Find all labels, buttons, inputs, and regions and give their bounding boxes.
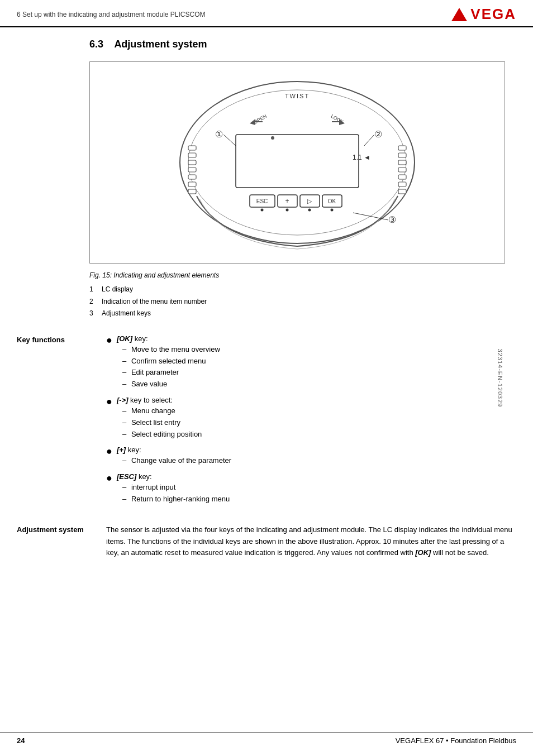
adjustment-ok-bold: [OK] xyxy=(415,548,431,557)
ok-key-suffix: key: xyxy=(132,334,147,343)
device-svg: TWIST OPEN LOCK xyxy=(163,73,431,252)
svg-rect-18 xyxy=(398,189,406,194)
svg-point-21 xyxy=(271,136,274,140)
bullet-arrow: ● xyxy=(106,396,112,406)
svg-text:①: ① xyxy=(215,130,223,139)
esc-key-label: [ESC] xyxy=(117,472,136,481)
key-functions-label: Key functions xyxy=(17,334,101,511)
arrow-key-content: [->] key to select: –Menu change –Select… xyxy=(117,396,516,440)
esc-key-content: [ESC] key: –interrupt input –Return to h… xyxy=(117,472,516,505)
header-text: 6 Set up with the indicating and adjustm… xyxy=(17,11,206,18)
figure-item-3: 3 Adjustment keys xyxy=(89,308,516,320)
svg-rect-12 xyxy=(398,146,406,150)
ok-sub-list: –Move to the menu overview –Confirm sele… xyxy=(117,344,516,390)
arrow-key-label: [->] xyxy=(117,396,129,404)
ok-sub-item-4: –Save value xyxy=(122,379,516,390)
svg-text:▷: ▷ xyxy=(307,198,312,204)
figure-item-1: 1 LC display xyxy=(89,284,516,296)
adjustment-system-section: Adjustment system The sensor is adjusted… xyxy=(17,524,516,559)
device-illustration: TWIST OPEN LOCK xyxy=(101,73,493,252)
bullet-esc: ● xyxy=(106,473,112,483)
footer-page-number: 24 xyxy=(17,736,25,745)
arrow-key-item: ● [->] key to select: –Menu change –Sele… xyxy=(106,396,516,440)
svg-rect-9 xyxy=(188,175,196,179)
plus-key-suffix: key: xyxy=(126,446,141,454)
svg-point-33 xyxy=(331,209,334,212)
figure-container: TWIST OPEN LOCK xyxy=(89,61,505,264)
vega-triangle-icon xyxy=(451,8,467,21)
figure-items-list: 1 LC display 2 Indication of the menu it… xyxy=(89,284,516,320)
ok-sub-item-2: –Confirm selected menu xyxy=(122,356,516,367)
arrow-sub-item-2: –Select list entry xyxy=(122,417,516,429)
svg-rect-8 xyxy=(188,168,196,172)
esc-sub-list: –interrupt input –Return to higher-ranki… xyxy=(117,482,516,505)
svg-text:+: + xyxy=(285,197,289,205)
footer: 24 VEGAFLEX 67 • Foundation Fieldbus xyxy=(0,733,533,745)
svg-rect-17 xyxy=(398,182,406,186)
svg-text:③: ③ xyxy=(388,215,396,224)
main-content: 6.3 Adjustment system TWIST OPEN xyxy=(0,27,533,570)
plus-sub-list: –Change value of the parameter xyxy=(117,455,516,467)
key-list: ● [OK] key: –Move to the menu overview –… xyxy=(106,334,516,505)
figure-item-2: 2 Indication of the menu item number xyxy=(89,296,516,308)
doc-number: 32314-EN-120329 xyxy=(497,349,504,408)
ok-sub-item-1: –Move to the menu overview xyxy=(122,344,516,356)
key-functions-content: ● [OK] key: –Move to the menu overview –… xyxy=(106,334,516,511)
esc-key-item: ● [ESC] key: –interrupt input –Return to… xyxy=(106,472,516,505)
vega-logo-container: VEGA xyxy=(451,6,516,23)
plus-key-item: ● [+] key: –Change value of the paramete… xyxy=(106,446,516,467)
section-title-text: Adjustment system xyxy=(114,39,207,50)
svg-point-30 xyxy=(308,209,311,212)
esc-sub-item-2: –Return to higher-ranking menu xyxy=(122,494,516,505)
svg-point-27 xyxy=(286,209,289,212)
svg-rect-13 xyxy=(398,153,406,157)
svg-text:TWIST: TWIST xyxy=(285,93,310,99)
esc-key-suffix: key: xyxy=(136,472,151,481)
adjustment-system-content: The sensor is adjusted via the four keys… xyxy=(106,524,516,559)
section-number: 6.3 xyxy=(89,39,103,50)
esc-sub-item-1: –interrupt input xyxy=(122,482,516,494)
svg-rect-5 xyxy=(188,146,196,150)
adjustment-system-label: Adjustment system xyxy=(17,524,101,559)
arrow-sub-item-1: –Menu change xyxy=(122,405,516,417)
bullet-plus: ● xyxy=(106,446,112,456)
svg-text:1.1 ◄: 1.1 ◄ xyxy=(353,154,370,161)
figure-caption: Fig. 15: Indicating and adjustment eleme… xyxy=(89,271,516,279)
ok-key-label: [OK] xyxy=(117,334,132,343)
svg-text:OK: OK xyxy=(328,198,336,204)
svg-rect-10 xyxy=(188,182,196,186)
svg-text:②: ② xyxy=(374,130,382,139)
plus-key-label: [+] xyxy=(117,446,126,454)
svg-point-24 xyxy=(261,209,264,212)
svg-rect-6 xyxy=(188,153,196,157)
svg-rect-19 xyxy=(236,135,359,188)
section-title: 6.3 Adjustment system xyxy=(89,39,516,50)
ok-key-item: ● [OK] key: –Move to the menu overview –… xyxy=(106,334,516,390)
arrow-key-suffix: key to select: xyxy=(128,396,172,404)
svg-rect-11 xyxy=(188,189,196,194)
arrow-sub-item-3: –Select editing position xyxy=(122,429,516,441)
arrow-sub-list: –Menu change –Select list entry –Select … xyxy=(117,405,516,440)
ok-sub-item-3: –Edit parameter xyxy=(122,367,516,379)
ok-key-content: [OK] key: –Move to the menu overview –Co… xyxy=(117,334,516,390)
svg-rect-14 xyxy=(398,160,406,165)
bullet-ok: ● xyxy=(106,335,112,345)
plus-key-content: [+] key: –Change value of the parameter xyxy=(117,446,516,467)
key-functions-section: Key functions ● [OK] key: –Move to the m… xyxy=(17,334,516,511)
adjustment-text-end: will not be saved. xyxy=(431,548,488,557)
svg-rect-15 xyxy=(398,168,406,172)
footer-product-name: VEGAFLEX 67 • Foundation Fieldbus xyxy=(396,736,516,745)
vega-logo: VEGA xyxy=(470,6,516,23)
header: 6 Set up with the indicating and adjustm… xyxy=(0,0,533,27)
svg-rect-7 xyxy=(188,160,196,165)
svg-text:ESC: ESC xyxy=(256,198,268,204)
svg-rect-16 xyxy=(398,175,406,179)
plus-sub-item-1: –Change value of the parameter xyxy=(122,455,516,467)
